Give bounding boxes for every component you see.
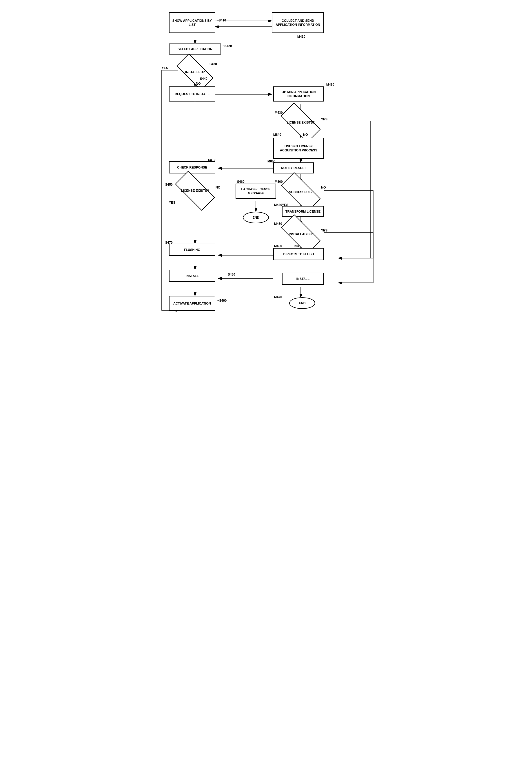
license-exists-s-label: LICENSE EXISTS? [181, 188, 209, 192]
m460-label: M460 [274, 244, 282, 248]
obtain-app-info-label: OBTAIN APPLICATION INFORMATION [274, 90, 323, 98]
check-response-label: CHECK RESPONSE [177, 165, 207, 169]
m450-label: M450 [274, 222, 282, 226]
install-s-box: INSTALL [169, 270, 215, 282]
obtain-app-info-box: OBTAIN APPLICATION INFORMATION [273, 86, 324, 101]
s460-label: S460 [237, 180, 245, 183]
successful-label: SUCCESSFUL? [289, 190, 312, 194]
collect-send-label: COLLECT AND SEND APPLICATION INFORMATION [272, 19, 323, 27]
end1-label: END [252, 216, 259, 219]
lack-of-license-label: LACK-OF-LICENSE MESSAGE [236, 187, 276, 196]
m430-label: M430 [275, 111, 283, 114]
installable-diamond: INSTALLABLE? [282, 225, 320, 244]
flushing-label: FLUSHING [184, 248, 200, 252]
s430-label: S430 [209, 62, 217, 66]
transform-license-label: TRANSFORM LICENSE [285, 210, 320, 214]
install-s-label: INSTALL [185, 274, 199, 278]
notify-result-label: NOTIFY RESULT [281, 166, 306, 170]
select-app-box: SELECT APPLICATION [169, 43, 221, 54]
s810-label: S810 [208, 158, 216, 161]
s490-label: ~S490 [217, 299, 227, 302]
activate-label: ACTIVATE APPLICATION [173, 301, 211, 305]
license-exists-m-diamond: LICENSE EXISTS? [282, 113, 320, 132]
end1-oval: END [243, 212, 269, 223]
install-m-label: INSTALL [296, 277, 310, 281]
show-apps-label: SHOW APPLICATIONS BY LIST [170, 19, 215, 27]
unused-license-label: UNUSED LICENSE ACQUISITION PROCESS [274, 144, 323, 152]
s440-label: S440 [200, 77, 207, 80]
m470-label: M470 [274, 295, 282, 299]
m410-label: M410 [297, 35, 305, 38]
show-apps-box: SHOW APPLICATIONS BY LIST [169, 12, 215, 33]
collect-send-box: COLLECT AND SEND APPLICATION INFORMATION [272, 12, 324, 33]
m440-label: M440 [274, 203, 282, 207]
flushing-box: FLUSHING [169, 244, 215, 256]
s420-label: ~S420 [223, 44, 232, 48]
transform-license-box: TRANSFORM LICENSE [282, 206, 324, 217]
no-s450-label: NO [216, 185, 221, 189]
no-m450-label: NO [294, 244, 299, 248]
lack-of-license-box: LACK-OF-LICENSE MESSAGE [236, 183, 276, 199]
installed-label: INSTALLED? [185, 70, 205, 74]
license-exists-s-diamond: LICENSE EXISTS? [176, 181, 214, 200]
s450-label: S450 [165, 183, 173, 186]
unused-license-box: UNUSED LICENSE ACQUISITION PROCESS [273, 138, 324, 159]
yes-m450-label: YES [321, 229, 327, 232]
successful-diamond: SUCCESSFUL? [282, 183, 320, 202]
license-exists-m-label: LICENSE EXISTS? [287, 120, 315, 124]
m860-label: M860 [275, 180, 283, 183]
no-m860-label: NO [321, 185, 326, 189]
m420-label: M420 [326, 83, 334, 86]
s480-label: S480 [228, 273, 235, 276]
end2-label: END [299, 301, 305, 305]
select-app-label: SELECT APPLICATION [178, 47, 212, 51]
directs-to-flush-box: DIRECTS TO FLUSH [273, 248, 324, 260]
no-m430-label: NO [303, 133, 308, 136]
request-install-box: REQUEST TO INSTALL [169, 86, 215, 101]
no-down-label: NO [196, 82, 201, 85]
directs-to-flush-label: DIRECTS TO FLUSH [283, 252, 314, 256]
installable-label: INSTALLABLE? [289, 232, 313, 236]
yes-left-label: YES [162, 66, 168, 70]
install-m-box: INSTALL [282, 273, 324, 285]
s470-label: S470 [165, 241, 173, 244]
notify-result-box: NOTIFY RESULT [273, 162, 314, 173]
check-response-box: CHECK RESPONSE [169, 161, 215, 173]
activate-box: ACTIVATE APPLICATION [169, 296, 215, 311]
m840-label: M840 [273, 133, 281, 136]
end2-oval: END [289, 297, 315, 309]
request-install-label: REQUEST TO INSTALL [175, 92, 209, 96]
yes-s450-label: YES [169, 201, 175, 204]
s410-label: ~S410 [217, 19, 226, 22]
m850-label: M850 [267, 159, 276, 163]
flowchart-container: SHOW APPLICATIONS BY LIST ~S410 SELECT A… [153, 6, 379, 336]
yes-m430-label: YES [321, 117, 327, 121]
